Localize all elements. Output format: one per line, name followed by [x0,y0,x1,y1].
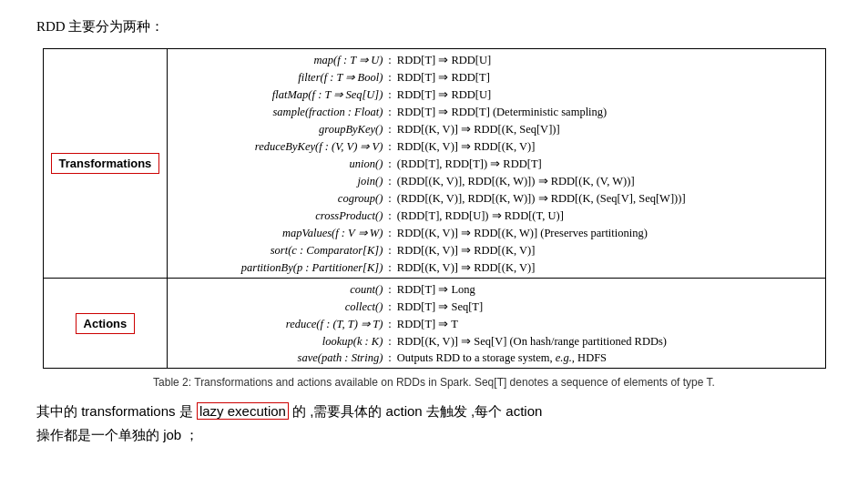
op-flatmap-colon: : [388,88,391,102]
op-sample-name: sample(fraction : Float) [173,106,383,119]
bottom-text: 其中的 transformations 是 lazy execution 的 ,… [36,400,832,446]
table-caption: Table 2: Transformations and actions ava… [36,376,832,389]
op-crossproduct: crossProduct() : (RDD[T], RDD[U]) ⇒ RDD[… [168,207,824,224]
op-count-colon: : [388,283,391,297]
op-cogroup: cogroup() : (RDD[(K, V)], RDD[(K, W)]) ⇒… [168,189,824,207]
op-collect-colon: : [388,300,391,314]
op-filter-colon: : [388,71,391,85]
op-join-type: (RDD[(K, V)], RDD[(K, W)]) ⇒ RDD[(K, (V,… [397,174,635,188]
op-partitionby-colon: : [388,261,391,275]
op-lookup-colon: : [388,335,391,349]
op-map-type: RDD[T] ⇒ RDD[U] [397,53,491,67]
op-sort-type: RDD[(K, V)] ⇒ RDD[(K, V)] [397,243,536,258]
op-reducebykey-colon: : [388,140,391,154]
op-reducebykey: reduceByKey(f : (V, V) ⇒ V) : RDD[(K, V)… [168,137,824,155]
op-groupbykey: groupByKey() : RDD[(K, V)] ⇒ RDD[(K, Seq… [168,120,824,137]
op-crossproduct-colon: : [388,209,391,223]
op-reduce-colon: : [388,318,391,331]
op-sort-name: sort(c : Comparator[K]) [173,244,383,258]
op-reduce-name: reduce(f : (T, T) ⇒ T) [173,317,383,331]
op-cogroup-type: (RDD[(K, V)], RDD[(K, W)]) ⇒ RDD[(K, (Se… [397,191,686,206]
op-collect-type: RDD[T] ⇒ Seq[T] [397,299,483,314]
op-mapvalues-colon: : [388,227,391,240]
op-mapvalues-name: mapValues(f : V ⇒ W) [173,226,383,240]
op-count-name: count() [173,283,383,297]
actions-label-cell: Actions [44,279,168,369]
op-flatmap: flatMap(f : T ⇒ Seq[U]) : RDD[T] ⇒ RDD[U… [168,86,824,103]
op-reduce: reduce(f : (T, T) ⇒ T) : RDD[T] ⇒ T [168,315,824,332]
transformations-row: Transformations map(f : T ⇒ U) : RDD[T] … [44,49,825,279]
op-cogroup-name: cogroup() [173,192,383,206]
op-union-colon: : [388,157,391,171]
op-reducebykey-name: reduceByKey(f : (V, V) ⇒ V) [173,139,383,154]
op-partitionby-name: partitionBy(p : Partitioner[K]) [173,261,383,275]
op-sort: sort(c : Comparator[K]) : RDD[(K, V)] ⇒ … [168,241,824,259]
op-sample: sample(fraction : Float) : RDD[T] ⇒ RDD[… [168,103,824,120]
op-filter-type: RDD[T] ⇒ RDD[T] [397,70,490,85]
op-save: save(path : String) : Outputs RDD to a s… [168,350,824,366]
actions-row: Actions count() : RDD[T] ⇒ Long collect(… [44,279,825,369]
rdd-table: Transformations map(f : T ⇒ U) : RDD[T] … [43,48,826,369]
op-save-name: save(path : String) [173,351,383,365]
transformations-label-cell: Transformations [44,49,168,279]
op-map-colon: : [388,54,391,67]
op-filter: filter(f : T ⇒ Bool) : RDD[T] ⇒ RDD[T] [168,68,824,86]
op-lookup: lookup(k : K) : RDD[(K, V)] ⇒ Seq[V] (On… [168,332,824,350]
op-sort-colon: : [388,244,391,258]
op-count-type: RDD[T] ⇒ Long [397,282,475,297]
bottom-line2: 操作都是一个单独的 job ； [36,423,832,447]
op-save-type: Outputs RDD to a storage system, e.g., H… [397,351,607,365]
op-collect: collect() : RDD[T] ⇒ Seq[T] [168,298,824,315]
op-union-type: (RDD[T], RDD[T]) ⇒ RDD[T] [397,157,542,171]
transformations-label: Transformations [51,153,160,174]
op-map: map(f : T ⇒ U) : RDD[T] ⇒ RDD[U] [168,51,824,68]
op-sample-colon: : [388,106,391,119]
op-groupbykey-type: RDD[(K, V)] ⇒ RDD[(K, Seq[V])] [397,122,560,137]
op-filter-name: filter(f : T ⇒ Bool) [173,70,383,85]
op-cogroup-colon: : [388,192,391,206]
op-count: count() : RDD[T] ⇒ Long [168,280,824,298]
op-lookup-type: RDD[(K, V)] ⇒ Seq[V] (On hash/range part… [397,334,667,349]
op-union-name: union() [173,157,383,171]
op-crossproduct-type: (RDD[T], RDD[U]) ⇒ RDD[(T, U)] [397,208,564,223]
op-mapvalues: mapValues(f : V ⇒ W) : RDD[(K, V)] ⇒ RDD… [168,224,824,241]
transformations-operations: map(f : T ⇒ U) : RDD[T] ⇒ RDD[U] filter(… [168,49,825,279]
actions-label: Actions [76,313,136,334]
op-flatmap-name: flatMap(f : T ⇒ Seq[U]) [173,87,383,102]
op-crossproduct-name: crossProduct() [173,209,383,223]
bottom-line1: 其中的 transformations 是 lazy execution 的 ,… [36,400,832,423]
op-union: union() : (RDD[T], RDD[T]) ⇒ RDD[T] [168,155,824,172]
op-save-colon: : [388,351,391,365]
op-flatmap-type: RDD[T] ⇒ RDD[U] [397,87,491,102]
op-partitionby-type: RDD[(K, V)] ⇒ RDD[(K, V)] [397,260,536,275]
op-reducebykey-type: RDD[(K, V)] ⇒ RDD[(K, V)] [397,139,536,154]
actions-operations: count() : RDD[T] ⇒ Long collect() : RDD[… [168,279,825,369]
op-join: join() : (RDD[(K, V)], RDD[(K, W)]) ⇒ RD… [168,172,824,189]
lazy-execution-highlight: lazy execution [197,402,289,420]
op-groupbykey-name: groupByKey() [173,123,383,137]
op-sample-type: RDD[T] ⇒ RDD[T] (Deterministic sampling) [397,105,607,119]
op-lookup-name: lookup(k : K) [173,335,383,349]
op-collect-name: collect() [173,300,383,314]
op-map-name: map(f : T ⇒ U) [173,53,383,67]
op-partitionby: partitionBy(p : Partitioner[K]) : RDD[(K… [168,259,824,276]
op-join-name: join() [173,175,383,188]
op-reduce-type: RDD[T] ⇒ T [397,317,458,331]
op-mapvalues-type: RDD[(K, V)] ⇒ RDD[(K, W)] (Preserves par… [397,226,648,240]
op-join-colon: : [388,175,391,188]
op-groupbykey-colon: : [388,123,391,137]
intro-text: RDD 主要分为两种： [36,18,832,36]
